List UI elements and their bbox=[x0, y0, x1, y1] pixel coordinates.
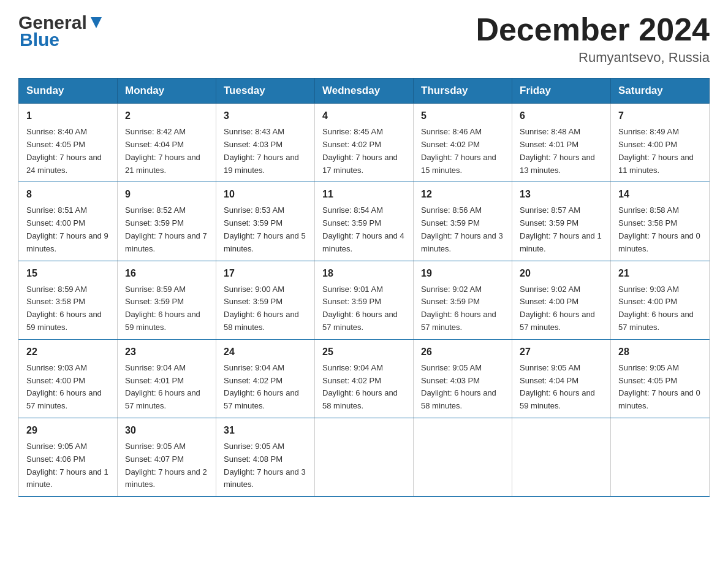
calendar-cell bbox=[611, 418, 710, 496]
month-title: December 2024 bbox=[476, 12, 710, 47]
day-number: 27 bbox=[520, 345, 603, 359]
calendar-cell: 4 Sunrise: 8:45 AMSunset: 4:02 PMDayligh… bbox=[315, 104, 414, 182]
day-info: Sunrise: 9:04 AMSunset: 4:01 PMDaylight:… bbox=[125, 363, 200, 410]
day-number: 29 bbox=[26, 423, 110, 438]
day-info: Sunrise: 9:05 AMSunset: 4:05 PMDaylight:… bbox=[618, 363, 700, 410]
day-info: Sunrise: 9:05 AMSunset: 4:06 PMDaylight:… bbox=[26, 442, 108, 489]
day-number: 6 bbox=[520, 109, 603, 123]
svg-marker-0 bbox=[91, 17, 102, 28]
calendar-cell: 23 Sunrise: 9:04 AMSunset: 4:01 PMDaylig… bbox=[118, 339, 216, 418]
calendar-cell: 17 Sunrise: 9:00 AMSunset: 3:59 PMDaylig… bbox=[216, 261, 315, 339]
day-info: Sunrise: 8:45 AMSunset: 4:02 PMDaylight:… bbox=[322, 127, 398, 174]
day-number: 17 bbox=[224, 266, 307, 281]
calendar-header-row: Sunday Monday Tuesday Wednesday Thursday… bbox=[19, 79, 710, 104]
calendar-cell: 8 Sunrise: 8:51 AMSunset: 4:00 PMDayligh… bbox=[19, 182, 118, 261]
day-number: 23 bbox=[125, 345, 208, 359]
day-info: Sunrise: 9:02 AMSunset: 3:59 PMDaylight:… bbox=[421, 285, 496, 332]
page-header: General Blue December 2024 Rumyantsevo, … bbox=[18, 12, 710, 66]
day-number: 11 bbox=[322, 187, 406, 202]
day-number: 18 bbox=[322, 266, 406, 281]
logo: General Blue bbox=[18, 12, 103, 50]
day-info: Sunrise: 8:52 AMSunset: 3:59 PMDaylight:… bbox=[125, 205, 207, 253]
calendar-week-1: 1 Sunrise: 8:40 AMSunset: 4:05 PMDayligh… bbox=[19, 104, 710, 182]
day-number: 24 bbox=[224, 345, 307, 359]
day-info: Sunrise: 8:48 AMSunset: 4:01 PMDaylight:… bbox=[520, 127, 595, 174]
calendar-cell: 27 Sunrise: 9:05 AMSunset: 4:04 PMDaylig… bbox=[512, 339, 611, 418]
day-info: Sunrise: 9:05 AMSunset: 4:08 PMDaylight:… bbox=[224, 442, 306, 489]
day-info: Sunrise: 9:00 AMSunset: 3:59 PMDaylight:… bbox=[224, 285, 299, 332]
calendar-week-2: 8 Sunrise: 8:51 AMSunset: 4:00 PMDayligh… bbox=[19, 182, 710, 261]
col-thursday: Thursday bbox=[414, 79, 512, 104]
day-info: Sunrise: 9:02 AMSunset: 4:00 PMDaylight:… bbox=[520, 285, 595, 332]
day-number: 19 bbox=[421, 266, 504, 281]
day-number: 8 bbox=[26, 187, 110, 202]
day-number: 25 bbox=[322, 345, 406, 359]
day-number: 30 bbox=[125, 423, 208, 438]
calendar-cell bbox=[512, 418, 611, 496]
col-sunday: Sunday bbox=[19, 79, 118, 104]
day-number: 1 bbox=[26, 109, 110, 123]
day-number: 13 bbox=[520, 187, 603, 202]
calendar-cell: 26 Sunrise: 9:05 AMSunset: 4:03 PMDaylig… bbox=[414, 339, 512, 418]
day-number: 22 bbox=[26, 345, 110, 359]
day-info: Sunrise: 8:59 AMSunset: 3:59 PMDaylight:… bbox=[125, 285, 200, 332]
calendar-cell: 1 Sunrise: 8:40 AMSunset: 4:05 PMDayligh… bbox=[19, 104, 118, 182]
calendar-cell: 19 Sunrise: 9:02 AMSunset: 3:59 PMDaylig… bbox=[414, 261, 512, 339]
calendar-cell: 7 Sunrise: 8:49 AMSunset: 4:00 PMDayligh… bbox=[611, 104, 710, 182]
col-saturday: Saturday bbox=[611, 79, 710, 104]
calendar-cell: 18 Sunrise: 9:01 AMSunset: 3:59 PMDaylig… bbox=[315, 261, 414, 339]
day-number: 26 bbox=[421, 345, 504, 359]
day-info: Sunrise: 9:05 AMSunset: 4:03 PMDaylight:… bbox=[421, 363, 496, 410]
day-info: Sunrise: 9:04 AMSunset: 4:02 PMDaylight:… bbox=[322, 363, 398, 410]
day-number: 31 bbox=[224, 423, 307, 438]
day-info: Sunrise: 8:40 AMSunset: 4:05 PMDaylight:… bbox=[26, 127, 102, 174]
calendar-cell: 11 Sunrise: 8:54 AMSunset: 3:59 PMDaylig… bbox=[315, 182, 414, 261]
day-info: Sunrise: 8:58 AMSunset: 3:58 PMDaylight:… bbox=[618, 205, 700, 253]
day-number: 7 bbox=[618, 109, 702, 123]
day-info: Sunrise: 8:56 AMSunset: 3:59 PMDaylight:… bbox=[421, 205, 503, 253]
day-number: 9 bbox=[125, 187, 208, 202]
day-number: 28 bbox=[618, 345, 702, 359]
day-info: Sunrise: 8:53 AMSunset: 3:59 PMDaylight:… bbox=[224, 205, 306, 253]
calendar-cell: 10 Sunrise: 8:53 AMSunset: 3:59 PMDaylig… bbox=[216, 182, 315, 261]
calendar-cell bbox=[315, 418, 414, 496]
calendar-week-5: 29 Sunrise: 9:05 AMSunset: 4:06 PMDaylig… bbox=[19, 418, 710, 496]
day-info: Sunrise: 8:46 AMSunset: 4:02 PMDaylight:… bbox=[421, 127, 496, 174]
day-number: 2 bbox=[125, 109, 208, 123]
col-friday: Friday bbox=[512, 79, 611, 104]
calendar-week-4: 22 Sunrise: 9:03 AMSunset: 4:00 PMDaylig… bbox=[19, 339, 710, 418]
day-info: Sunrise: 9:01 AMSunset: 3:59 PMDaylight:… bbox=[322, 285, 398, 332]
day-info: Sunrise: 8:51 AMSunset: 4:00 PMDaylight:… bbox=[26, 205, 108, 253]
calendar-cell: 29 Sunrise: 9:05 AMSunset: 4:06 PMDaylig… bbox=[19, 418, 118, 496]
title-block: December 2024 Rumyantsevo, Russia bbox=[476, 12, 710, 66]
day-info: Sunrise: 8:49 AMSunset: 4:00 PMDaylight:… bbox=[618, 127, 694, 174]
calendar-cell: 5 Sunrise: 8:46 AMSunset: 4:02 PMDayligh… bbox=[414, 104, 512, 182]
calendar-cell bbox=[414, 418, 512, 496]
calendar-body: 1 Sunrise: 8:40 AMSunset: 4:05 PMDayligh… bbox=[19, 104, 710, 497]
calendar-cell: 22 Sunrise: 9:03 AMSunset: 4:00 PMDaylig… bbox=[19, 339, 118, 418]
calendar-table: Sunday Monday Tuesday Wednesday Thursday… bbox=[18, 78, 710, 497]
calendar-cell: 28 Sunrise: 9:05 AMSunset: 4:05 PMDaylig… bbox=[611, 339, 710, 418]
day-number: 20 bbox=[520, 266, 603, 281]
day-number: 4 bbox=[322, 109, 406, 123]
calendar-cell: 2 Sunrise: 8:42 AMSunset: 4:04 PMDayligh… bbox=[118, 104, 216, 182]
calendar-cell: 6 Sunrise: 8:48 AMSunset: 4:01 PMDayligh… bbox=[512, 104, 611, 182]
calendar-cell: 21 Sunrise: 9:03 AMSunset: 4:00 PMDaylig… bbox=[611, 261, 710, 339]
day-number: 14 bbox=[618, 187, 702, 202]
col-monday: Monday bbox=[118, 79, 216, 104]
calendar-cell: 14 Sunrise: 8:58 AMSunset: 3:58 PMDaylig… bbox=[611, 182, 710, 261]
calendar-cell: 24 Sunrise: 9:04 AMSunset: 4:02 PMDaylig… bbox=[216, 339, 315, 418]
day-number: 16 bbox=[125, 266, 208, 281]
day-info: Sunrise: 9:05 AMSunset: 4:07 PMDaylight:… bbox=[125, 442, 207, 489]
day-info: Sunrise: 9:05 AMSunset: 4:04 PMDaylight:… bbox=[520, 363, 595, 410]
calendar-week-3: 15 Sunrise: 8:59 AMSunset: 3:58 PMDaylig… bbox=[19, 261, 710, 339]
col-wednesday: Wednesday bbox=[315, 79, 414, 104]
day-info: Sunrise: 8:43 AMSunset: 4:03 PMDaylight:… bbox=[224, 127, 299, 174]
logo-arrow-icon bbox=[89, 16, 103, 29]
calendar-cell: 30 Sunrise: 9:05 AMSunset: 4:07 PMDaylig… bbox=[118, 418, 216, 496]
calendar-cell: 31 Sunrise: 9:05 AMSunset: 4:08 PMDaylig… bbox=[216, 418, 315, 496]
calendar-cell: 12 Sunrise: 8:56 AMSunset: 3:59 PMDaylig… bbox=[414, 182, 512, 261]
location-subtitle: Rumyantsevo, Russia bbox=[476, 50, 710, 66]
day-info: Sunrise: 8:54 AMSunset: 3:59 PMDaylight:… bbox=[322, 205, 404, 253]
day-info: Sunrise: 9:04 AMSunset: 4:02 PMDaylight:… bbox=[224, 363, 299, 410]
